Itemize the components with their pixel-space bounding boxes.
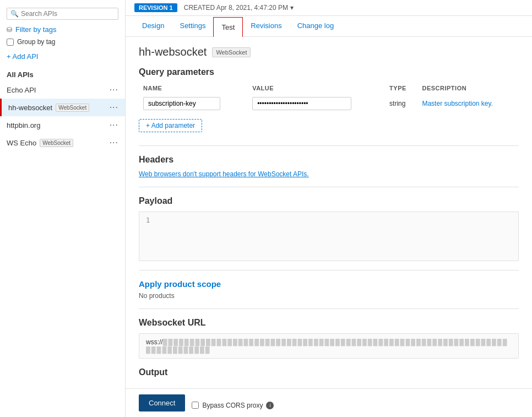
headers-note-text: Web browsers don't support headers for W… — [139, 170, 309, 178]
hh-websocket-menu[interactable]: ··· — [110, 102, 118, 112]
main-content: REVISION 1 CREATED Apr 8, 2021, 4:47:20 … — [126, 0, 532, 417]
httpbin-menu[interactable]: ··· — [110, 120, 118, 130]
ws-url-title: Websocket URL — [139, 318, 519, 328]
param-name-input[interactable] — [143, 97, 220, 110]
bottom-bar: Connect Bypass CORS proxy i — [126, 388, 532, 417]
search-input[interactable] — [21, 10, 115, 18]
all-apis-label: All APIs — [0, 65, 125, 81]
tab-changelog[interactable]: Change log — [290, 16, 342, 36]
created-info: CREATED Apr 8, 2021, 4:47:20 PM ▾ — [184, 4, 294, 12]
api-item-left-echo: Echo API — [7, 86, 36, 94]
page-title: hh-websocket — [139, 46, 207, 58]
api-item-left-wsecho: WS Echo WebSocket — [7, 139, 73, 147]
cors-proxy-label: Bypass CORS proxy — [202, 402, 263, 409]
page-title-badge: WebSocket — [212, 47, 251, 57]
cors-proxy-checkbox[interactable] — [192, 402, 199, 409]
payload-line-number: 1 — [146, 216, 150, 224]
payload-editor[interactable]: 1 — [139, 212, 519, 261]
api-item-left-httpbin: httpbin.org — [7, 121, 40, 129]
divider-wsurl — [139, 308, 519, 309]
echo-api-name: Echo API — [7, 86, 36, 94]
page-title-row: hh-websocket WebSocket — [139, 46, 519, 58]
hh-websocket-badge: WebSocket — [56, 104, 89, 112]
content-area: hh-websocket WebSocket Query parameters … — [126, 37, 532, 388]
output-title: Output — [139, 367, 519, 377]
echo-api-menu[interactable]: ··· — [110, 85, 118, 95]
ws-echo-menu[interactable]: ··· — [110, 138, 118, 148]
ws-echo-name: WS Echo — [7, 139, 36, 147]
info-icon[interactable]: i — [266, 402, 274, 409]
params-table: NAME VALUE TYPE DESCRIPTION string Maste… — [139, 83, 519, 112]
sidebar-item-ws-echo[interactable]: WS Echo WebSocket ··· — [0, 134, 125, 151]
no-products: No products — [139, 292, 519, 300]
tab-design[interactable]: Design — [134, 16, 172, 36]
filter-icon: ⛁ — [7, 26, 12, 34]
group-by-checkbox[interactable] — [7, 39, 14, 46]
col-name: NAME — [139, 83, 248, 95]
connect-button[interactable]: Connect — [139, 394, 185, 411]
revision-badge: REVISION 1 — [134, 3, 177, 12]
sidebar: 🔍 ⛁ Filter by tags Group by tag + Add AP… — [0, 0, 126, 417]
created-text: CREATED Apr 8, 2021, 4:47:20 PM — [184, 4, 288, 12]
ws-url-prefix: wss:// — [146, 338, 163, 346]
filter-label: Filter by tags — [15, 25, 56, 34]
ws-echo-badge: WebSocket — [40, 139, 73, 147]
divider-scope — [139, 270, 519, 270]
param-desc: Master subscription key. — [417, 95, 519, 112]
divider-headers — [139, 145, 519, 146]
divider-payload — [139, 187, 519, 187]
sidebar-item-echo-api[interactable]: Echo API ··· — [0, 81, 125, 99]
headers-title: Headers — [139, 155, 519, 165]
group-by-row: Group by tag — [0, 36, 125, 48]
add-api-label: + Add API — [7, 52, 38, 61]
param-type: string — [385, 95, 417, 112]
filter-row[interactable]: ⛁ Filter by tags — [0, 23, 125, 36]
search-icon: 🔍 — [10, 10, 19, 18]
tab-revisions[interactable]: Revisions — [243, 16, 289, 36]
chevron-down-icon[interactable]: ▾ — [290, 4, 294, 12]
tabs-bar: Design Settings Test Revisions Change lo… — [126, 16, 532, 37]
add-param-label: + Add parameter — [146, 122, 195, 129]
group-by-label: Group by tag — [17, 38, 55, 46]
cors-proxy-row: Bypass CORS proxy i — [192, 402, 274, 409]
apply-scope-title: Apply product scope — [139, 279, 519, 289]
search-bar[interactable]: 🔍 — [7, 8, 118, 20]
top-bar: REVISION 1 CREATED Apr 8, 2021, 4:47:20 … — [126, 0, 532, 16]
query-params-title: Query parameters — [139, 67, 519, 77]
add-api-button[interactable]: + Add API — [0, 48, 125, 65]
param-value-input[interactable] — [252, 97, 351, 110]
ws-url-box: wss://██████████████████████████████████… — [139, 333, 519, 359]
api-item-left-hh: hh-websocket WebSocket — [8, 104, 89, 112]
col-value: VALUE — [248, 83, 385, 95]
httpbin-name: httpbin.org — [7, 121, 40, 129]
connect-label: Connect — [149, 399, 175, 407]
add-param-button[interactable]: + Add parameter — [139, 119, 202, 132]
sidebar-item-hh-websocket[interactable]: hh-websocket WebSocket ··· — [0, 99, 125, 116]
col-desc: DESCRIPTION — [417, 83, 519, 95]
tab-settings[interactable]: Settings — [172, 16, 213, 36]
table-row: string Master subscription key. — [139, 95, 519, 112]
hh-websocket-name: hh-websocket — [8, 104, 52, 112]
headers-note: Web browsers don't support headers for W… — [139, 170, 519, 178]
tab-test[interactable]: Test — [213, 17, 243, 37]
col-type: TYPE — [385, 83, 417, 95]
ws-url-masked: ████████████████████████████████████████… — [146, 339, 508, 353]
sidebar-item-httpbin[interactable]: httpbin.org ··· — [0, 116, 125, 134]
payload-title: Payload — [139, 196, 519, 206]
